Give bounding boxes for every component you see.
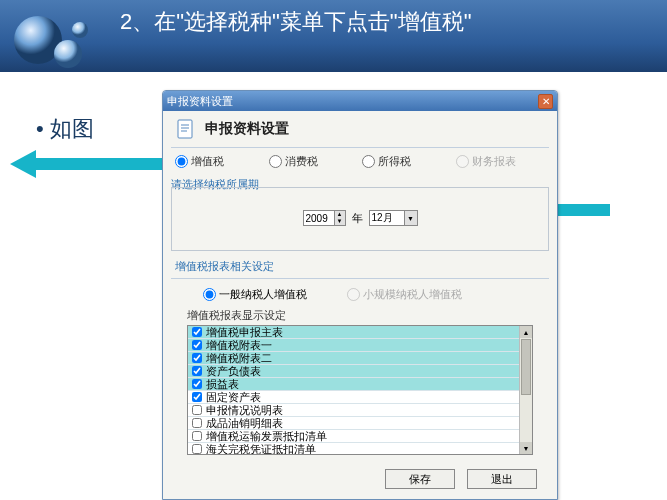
year-input[interactable] — [304, 211, 334, 225]
radio-normal-input[interactable] — [203, 288, 216, 301]
close-button[interactable]: ✕ — [538, 94, 553, 109]
taxpayer-type-group: 一般纳税人增值税 小规模纳税人增值税 — [163, 285, 557, 308]
save-button[interactable]: 保存 — [385, 469, 455, 489]
report-listbox: 增值税申报主表增值税附表一增值税附表二资产负债表损益表固定资产表申报情况说明表成… — [187, 325, 533, 455]
list-checkbox[interactable] — [192, 379, 202, 389]
radio-financial-input — [456, 155, 469, 168]
radio-vat[interactable]: 增值税 — [175, 154, 265, 169]
radio-consumption-input[interactable] — [269, 155, 282, 168]
arrow-left-icon — [10, 150, 162, 178]
scrollbar[interactable]: ▲ ▼ — [519, 326, 532, 454]
list-checkbox[interactable] — [192, 327, 202, 337]
list-checkbox[interactable] — [192, 418, 202, 428]
dialog-window: 申报资料设置 ✕ 申报资料设置 增值税 消费税 所得税 财务报表 请选择纳税所属… — [162, 90, 558, 500]
year-spinbox[interactable]: ▲▼ — [303, 210, 346, 226]
radio-small-taxpayer: 小规模纳税人增值税 — [347, 287, 462, 302]
radio-income[interactable]: 所得税 — [362, 154, 452, 169]
spin-up-icon[interactable]: ▲ — [334, 211, 345, 218]
logo-sphere-icon — [10, 8, 100, 80]
list-item[interactable]: 海关完税凭证抵扣清单 — [188, 443, 532, 454]
list-checkbox[interactable] — [192, 405, 202, 415]
radio-normal-taxpayer[interactable]: 一般纳税人增值税 — [203, 287, 307, 302]
titlebar-text: 申报资料设置 — [167, 94, 538, 109]
aside-label: •如图 — [36, 114, 94, 144]
divider — [171, 278, 549, 279]
date-row: ▲▼ 年 ▼ — [180, 208, 540, 234]
radio-vat-input[interactable] — [175, 155, 188, 168]
list-checkbox[interactable] — [192, 340, 202, 350]
scroll-thumb[interactable] — [521, 339, 531, 395]
chevron-down-icon[interactable]: ▼ — [404, 211, 417, 225]
list-checkbox[interactable] — [192, 366, 202, 376]
scroll-up-icon[interactable]: ▲ — [520, 326, 532, 338]
period-fieldset: ▲▼ 年 ▼ — [171, 187, 549, 251]
radio-consumption[interactable]: 消费税 — [269, 154, 359, 169]
svg-point-2 — [72, 22, 88, 38]
bullet-icon: • — [36, 116, 44, 141]
month-combo[interactable]: ▼ — [369, 210, 418, 226]
list-item[interactable]: 资产负债表 — [188, 365, 532, 378]
radio-financial: 财务报表 — [456, 154, 546, 169]
month-input[interactable] — [370, 211, 404, 225]
aside-text: 如图 — [50, 116, 94, 141]
tax-type-group: 增值税 消费税 所得税 财务报表 — [163, 148, 557, 175]
scroll-down-icon[interactable]: ▼ — [520, 442, 532, 454]
dialog-header: 申报资料设置 — [163, 111, 557, 147]
spin-down-icon[interactable]: ▼ — [334, 218, 345, 225]
scroll-track[interactable] — [520, 396, 532, 442]
radio-income-input[interactable] — [362, 155, 375, 168]
banner-title: 2、在"选择税种"菜单下点击"增值税" — [0, 0, 667, 37]
list-item-label: 海关完税凭证抵扣清单 — [206, 442, 316, 455]
button-row: 保存 退出 — [163, 455, 557, 499]
svg-rect-5 — [178, 120, 192, 138]
slide-banner: 2、在"选择税种"菜单下点击"增值税" — [0, 0, 667, 72]
radio-small-input — [347, 288, 360, 301]
document-icon — [173, 117, 197, 141]
list-checkbox[interactable] — [192, 431, 202, 441]
svg-point-1 — [54, 40, 82, 68]
svg-marker-3 — [10, 150, 162, 178]
year-suffix: 年 — [352, 211, 363, 226]
dialog-header-text: 申报资料设置 — [205, 120, 289, 138]
vat-section-label: 增值税报表相关设定 — [163, 255, 557, 278]
list-checkbox[interactable] — [192, 353, 202, 363]
list-checkbox[interactable] — [192, 444, 202, 454]
list-label: 增值税报表显示设定 — [163, 308, 557, 325]
exit-button[interactable]: 退出 — [467, 469, 537, 489]
titlebar: 申报资料设置 ✕ — [163, 91, 557, 111]
list-checkbox[interactable] — [192, 392, 202, 402]
